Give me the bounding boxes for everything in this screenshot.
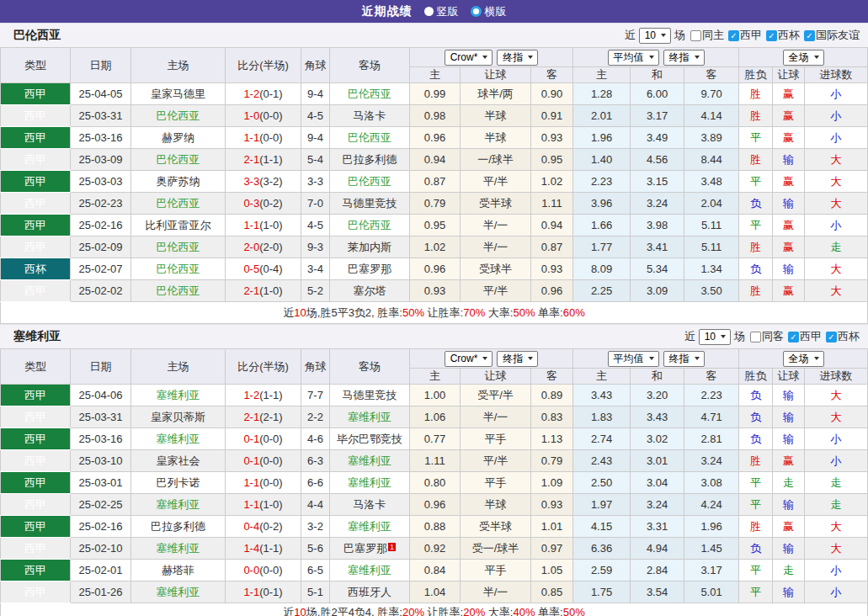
checkbox-icon[interactable] xyxy=(750,332,761,343)
home-team-link[interactable]: 赫罗纳 xyxy=(162,131,194,144)
rank-badge: 1 xyxy=(388,543,396,551)
match-date: 25-02-16 xyxy=(71,215,131,236)
filter-checkbox[interactable]: ✓西杯 xyxy=(826,329,860,344)
home-team-link[interactable]: 巴伦西亚 xyxy=(157,284,200,297)
radio-selected-icon[interactable] xyxy=(471,6,482,17)
away-team-link[interactable]: 塞维利亚 xyxy=(348,564,391,576)
layout-radio-horizontal[interactable]: 横版 xyxy=(471,4,507,19)
home-team-link[interactable]: 巴伦西亚 xyxy=(157,263,200,275)
home-team-link[interactable]: 巴伦西亚 xyxy=(157,241,200,253)
filter-checkbox[interactable]: 同客 xyxy=(750,329,784,344)
average-time-select[interactable]: 终指 xyxy=(663,351,705,367)
filter-checkbox[interactable]: ✓国际友谊 xyxy=(804,28,860,43)
away-team-link[interactable]: 马德里竞技 xyxy=(343,197,397,210)
corner-score: 4-4 xyxy=(301,494,330,516)
away-team-link[interactable]: 莱加内斯 xyxy=(348,241,391,253)
home-team-link[interactable]: 塞维利亚 xyxy=(157,542,200,555)
away-team-link[interactable]: 塞尔塔 xyxy=(354,284,386,297)
bookmaker-select[interactable]: Crow* xyxy=(445,351,493,367)
odds-time-select[interactable]: 终指 xyxy=(497,351,538,367)
match-count-select[interactable]: 10 xyxy=(699,329,731,345)
away-team-link[interactable]: 巴伦西亚 xyxy=(348,131,391,144)
odds-away: 0.93 xyxy=(531,258,573,280)
odds-away: 0.93 xyxy=(531,494,573,516)
away-team-link[interactable]: 巴塞罗那 xyxy=(343,542,387,555)
summary-segment: 40% xyxy=(513,606,535,616)
average-odds-header: 平均值 终指 xyxy=(573,349,739,369)
checkbox-icon[interactable]: ✓ xyxy=(788,332,799,343)
match-row: 西甲25-02-09巴伦西亚2-0(2-0)9-3莱加内斯1.02半/一0.87… xyxy=(1,236,868,258)
home-team-link[interactable]: 奥萨苏纳 xyxy=(157,175,200,188)
match-row: 西甲25-03-31巴伦西亚1-0(0-0)4-5马洛卡0.98半球0.912.… xyxy=(1,105,868,127)
filter-checkbox[interactable]: ✓西杯 xyxy=(766,28,800,43)
home-team-link[interactable]: 皇家社会 xyxy=(157,454,200,467)
result-goals: 小 xyxy=(805,560,868,581)
home-team-link[interactable]: 塞维利亚 xyxy=(157,498,200,511)
home-team-link[interactable]: 皇家贝蒂斯 xyxy=(151,411,205,423)
odds-home: 0.87 xyxy=(410,171,461,193)
result-handicap: 输 xyxy=(773,385,805,406)
average-select[interactable]: 平均值 xyxy=(608,50,659,66)
odds-time-select-value: 终指 xyxy=(503,352,523,366)
avg-away: 1.34 xyxy=(684,258,739,280)
away-team-link[interactable]: 马洛卡 xyxy=(354,109,386,122)
away-team-link[interactable]: 塞维利亚 xyxy=(348,476,391,489)
checkbox-icon[interactable]: ✓ xyxy=(766,30,777,41)
home-team-link[interactable]: 皇家马德里 xyxy=(151,88,205,100)
home-team-link[interactable]: 巴伦西亚 xyxy=(157,109,200,122)
home-team-link[interactable]: 巴伦西亚 xyxy=(157,197,200,210)
away-team-link[interactable]: 马德里竞技 xyxy=(343,389,397,401)
checkbox-icon[interactable]: ✓ xyxy=(826,332,837,343)
away-team-link[interactable]: 塞维利亚 xyxy=(348,454,391,467)
home-team-cell: 巴伦西亚 xyxy=(131,193,226,215)
checkbox-icon[interactable]: ✓ xyxy=(804,30,815,41)
match-count-select[interactable]: 10 xyxy=(639,28,671,44)
away-team-link[interactable]: 巴伦西亚 xyxy=(348,219,391,231)
result-handicap: 输 xyxy=(773,538,805,560)
summary-segment: 单率: xyxy=(535,306,563,319)
filter-checkbox[interactable]: ✓西甲 xyxy=(788,329,822,344)
home-team-link[interactable]: 巴拉多利德 xyxy=(151,520,205,533)
home-team-link[interactable]: 比利亚雷亚尔 xyxy=(146,219,211,231)
filter-checkbox[interactable]: ✓西甲 xyxy=(728,28,762,43)
avg-home: 2.23 xyxy=(573,171,631,193)
away-team-cell: 马德里竞技 xyxy=(330,385,410,406)
filter-controls: 近10场同客✓西甲✓西杯 xyxy=(684,329,860,345)
filter-checkbox[interactable]: 同主 xyxy=(690,28,724,43)
home-team-link[interactable]: 巴伦西亚 xyxy=(157,153,200,166)
away-team-link[interactable]: 马洛卡 xyxy=(354,498,386,511)
away-team-link[interactable]: 巴拉多利德 xyxy=(343,153,397,166)
home-team-link[interactable]: 塞维利亚 xyxy=(157,389,200,401)
away-team-link[interactable]: 塞维利亚 xyxy=(348,411,391,423)
home-team-link[interactable]: 巴列卡诺 xyxy=(157,476,200,489)
home-team-link[interactable]: 塞维利亚 xyxy=(157,433,200,445)
average-select[interactable]: 平均值 xyxy=(608,351,659,367)
halftime-score: (0-2) xyxy=(259,520,282,533)
away-team-link[interactable]: 巴伦西亚 xyxy=(348,88,391,100)
fulltime-score: 1-1 xyxy=(243,498,259,511)
fullmatch-select[interactable]: 全场 xyxy=(783,50,824,66)
match-date: 25-03-16 xyxy=(71,127,131,149)
league-type-cell: 西甲 xyxy=(1,406,71,428)
checkbox-icon[interactable] xyxy=(690,30,701,41)
average-time-select[interactable]: 终指 xyxy=(663,50,705,66)
layout-radio-vertical[interactable]: 竖版 xyxy=(424,4,459,19)
corner-score: 9-3 xyxy=(301,236,330,258)
away-team-link[interactable]: 巴塞罗那 xyxy=(348,263,391,275)
away-team-link[interactable]: 西班牙人 xyxy=(348,586,391,598)
bookmaker-select[interactable]: Crow* xyxy=(445,50,493,66)
fullmatch-select[interactable]: 全场 xyxy=(783,351,824,367)
radio-icon[interactable] xyxy=(424,7,434,16)
away-team-link[interactable]: 巴伦西亚 xyxy=(348,175,391,188)
home-team-link[interactable]: 赫塔菲 xyxy=(162,564,194,576)
fulltime-score: 0-1 xyxy=(243,454,259,467)
match-row: 西甲25-03-31皇家贝蒂斯2-1(2-1)2-2塞维利亚1.06半/一0.8… xyxy=(1,406,868,428)
odds-time-select[interactable]: 终指 xyxy=(497,50,538,66)
bookmaker-select-value: Crow* xyxy=(450,51,478,63)
halftime-score: (0-0) xyxy=(259,433,282,445)
away-team-link[interactable]: 塞维利亚 xyxy=(348,520,391,533)
home-team-link[interactable]: 塞维利亚 xyxy=(157,586,200,598)
away-team-link[interactable]: 毕尔巴鄂竞技 xyxy=(337,433,402,445)
corner-score: 3-2 xyxy=(301,516,330,538)
checkbox-icon[interactable]: ✓ xyxy=(728,30,739,41)
